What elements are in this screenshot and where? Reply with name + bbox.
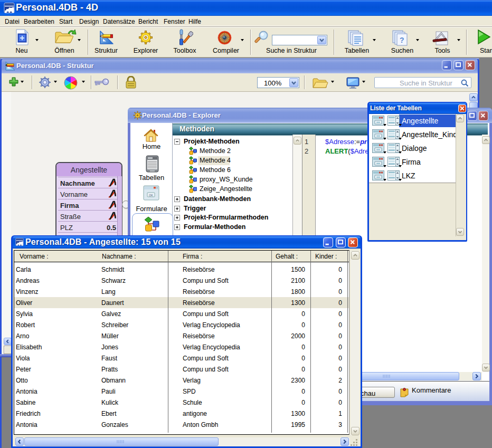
svg-text:OK: OK: [149, 194, 153, 197]
svg-text:?: ?: [400, 36, 404, 44]
